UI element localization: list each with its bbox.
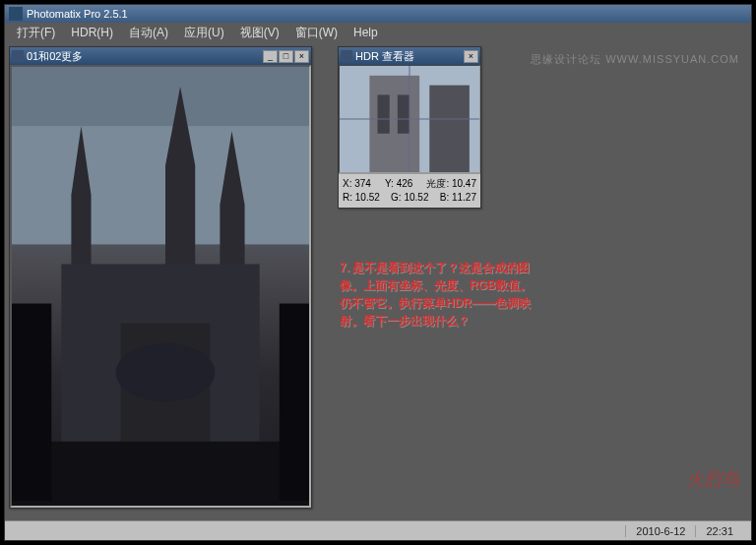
document-icon [12,50,24,62]
menu-open[interactable]: 打开(F) [9,23,63,43]
document-image [10,65,311,508]
document-window[interactable]: 01和02更多 _ □ × [9,46,312,509]
tutorial-annotation: 7. 是不是看到这个了？这是合成的图像。上面有坐标、光度、RGB数值。仍不管它。… [340,259,536,330]
menu-help[interactable]: Help [346,24,386,41]
menubar: 打开(F) HDR(H) 自动(A) 应用(U) 视图(V) 窗口(W) Hel… [5,23,751,42]
hdr-r-value: 10.52 [355,192,380,203]
hdr-x-label: X: [343,178,351,189]
hdr-titlebar[interactable]: HDR 查看器 × [339,47,480,65]
status-date: 2010-6-12 [625,525,695,537]
close-button[interactable]: × [294,50,309,63]
hdr-viewer-window[interactable]: HDR 查看器 × X: 374 Y: [338,46,481,209]
svg-rect-1 [12,67,309,126]
hdr-close-button[interactable]: × [464,50,478,63]
hdr-y-label: Y: [385,178,394,189]
app-window: Photomatix Pro 2.5.1 打开(F) HDR(H) 自动(A) … [4,4,752,541]
hdr-icon [341,50,352,62]
svg-rect-13 [378,94,390,133]
maximize-button[interactable]: □ [279,50,293,63]
menu-hdr[interactable]: HDR(H) [63,24,121,41]
svg-rect-14 [398,94,410,133]
minimize-button[interactable]: _ [263,50,278,63]
svg-rect-8 [12,442,309,506]
svg-rect-9 [12,304,51,501]
svg-rect-15 [429,86,470,172]
hdr-r-label: R: [343,192,352,203]
hdr-lum-label: 光度: [426,178,449,189]
menu-app[interactable]: 应用(U) [176,23,232,43]
workspace: 01和02更多 _ □ × [5,42,751,520]
app-titlebar: Photomatix Pro 2.5.1 [5,5,751,23]
watermark-top-right: 思缘设计论坛 WWW.MISSYUAN.COM [531,52,739,67]
hdr-preview-image [339,65,480,173]
hdr-g-value: 10.52 [404,192,428,203]
status-time: 22:31 [695,525,743,537]
menu-auto[interactable]: 自动(A) [121,23,176,43]
svg-rect-10 [280,304,309,501]
hdr-info-panel: X: 374 Y: 426 光度: 10.47 R: 10.52 G: 10.5… [339,173,480,208]
hdr-b-value: 11.27 [452,192,476,203]
hdr-lum-value: 10.47 [452,178,476,189]
hdr-b-label: B: [440,192,449,203]
statusbar: 2010-6-12 22:31 [5,520,751,540]
menu-view[interactable]: 视图(V) [232,23,287,43]
hdr-g-label: G: [391,192,402,203]
svg-point-7 [116,343,216,402]
hdr-y-value: 426 [397,178,413,189]
hdr-title: HDR 查看器 [355,49,464,64]
app-title: Photomatix Pro 2.5.1 [27,8,128,20]
watermark-bottom-right: 火烈鸟 [686,467,739,491]
svg-rect-12 [369,76,419,172]
document-titlebar[interactable]: 01和02更多 _ □ × [10,47,311,65]
app-icon [9,7,23,21]
document-title: 01和02更多 [27,49,263,64]
menu-window[interactable]: 窗口(W) [287,23,346,43]
hdr-x-value: 374 [354,178,371,189]
